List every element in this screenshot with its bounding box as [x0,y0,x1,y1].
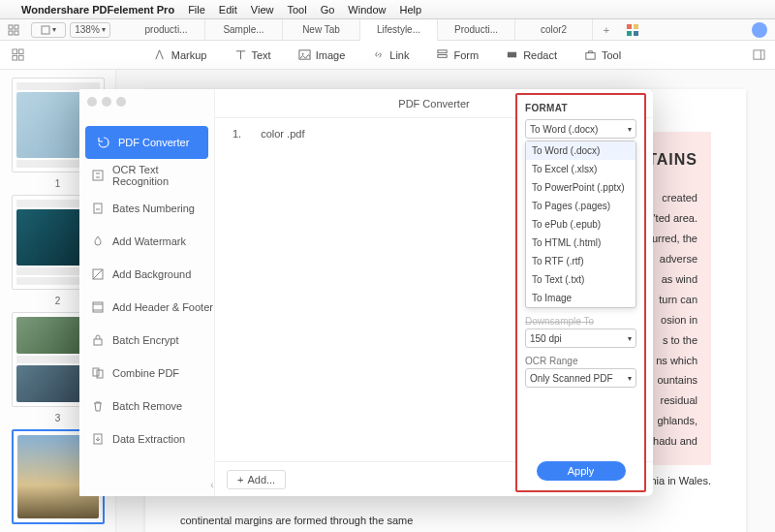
user-avatar-icon[interactable] [752,22,767,38]
sidebar-item-watermark[interactable]: Add Watermark [79,225,214,258]
converter-sidebar: PDF Converter OCR Text Recognition Bates… [79,89,215,496]
sidebar-item-headerfooter[interactable]: Add Header & Footer [79,291,214,324]
svg-rect-10 [18,49,23,54]
svg-rect-12 [18,55,23,60]
thumb-label-3: 3 [55,413,61,423]
doc-tab-1[interactable]: Sample... [205,19,283,41]
svg-rect-1 [15,25,18,29]
format-option-excel[interactable]: To Excel (.xlsx) [526,160,636,178]
menu-edit[interactable]: Edit [219,4,237,16]
sidebar-item-background[interactable]: Add Background [79,258,214,291]
tab-bar: ▾ 138%▾ producti... Sample... New Tab Li… [0,19,775,41]
svg-rect-28 [93,368,99,376]
file-name: color .pdf [261,128,304,140]
thumb-label-2: 2 [55,296,61,306]
sidebar-item-remove[interactable]: Batch Remove [79,390,214,422]
svg-rect-17 [508,52,516,58]
format-option-image[interactable]: To Image [526,289,636,307]
svg-rect-11 [13,55,17,60]
format-header: FORMAT [525,103,636,113]
menu-file[interactable]: File [188,4,205,16]
tool-redact[interactable]: Redact [506,48,557,61]
format-option-word[interactable]: To Word (.docx) [526,141,636,160]
menu-go[interactable]: Go [321,4,335,16]
thumb-label-1: 1 [55,178,61,189]
file-index: 1. [232,128,241,140]
menu-view[interactable]: View [251,4,274,16]
menu-tool[interactable]: Tool [287,4,306,16]
page-fit-dropdown[interactable]: ▾ [31,22,66,38]
svg-rect-9 [13,49,17,54]
svg-rect-4 [42,26,49,34]
mac-menubar: Wondershare PDFelement Pro File Edit Vie… [0,0,775,19]
doc-tab-4[interactable]: Producti... [438,19,515,41]
tool-markup[interactable]: Markup [154,48,207,61]
format-option-epub[interactable]: To ePub (.epub) [526,215,636,234]
menu-help[interactable]: Help [399,4,421,16]
downsample-label: Downsample To [525,316,636,327]
doc-tab-0[interactable]: producti... [128,19,205,41]
svg-rect-2 [9,31,13,35]
apply-button[interactable]: Apply [537,461,626,481]
ocr-range-select[interactable]: Only Scanned PDF▾ [525,368,636,388]
svg-rect-3 [15,31,18,35]
doc-tab-2[interactable]: New Tab [283,19,360,41]
svg-rect-7 [627,31,632,36]
sidebar-item-encrypt[interactable]: Batch Encrypt [79,324,214,357]
doc-tab-5[interactable]: color2 [515,19,593,41]
new-tab-button[interactable]: + [593,24,620,36]
svg-rect-5 [627,24,632,29]
plus-icon: + [237,474,243,485]
sidebar-collapse-handle[interactable]: ‹ [205,480,219,490]
add-button[interactable]: +Add... [227,470,286,489]
tool-toolbox[interactable]: Tool [584,48,621,61]
menu-window[interactable]: Window [348,4,386,16]
app-name[interactable]: Wondershare PDFelement Pro [21,4,174,16]
sidebar-item-pdf-converter[interactable]: PDF Converter [85,126,208,159]
format-option-html[interactable]: To HTML (.html) [526,234,636,252]
grid-icon[interactable] [626,23,639,37]
sidebar-item-extract[interactable]: Data Extraction [79,422,214,455]
sidebar-item-combine[interactable]: Combine PDF [79,357,214,390]
svg-rect-0 [9,25,13,29]
svg-rect-29 [97,370,103,378]
svg-rect-18 [586,53,595,60]
window-traffic-lights[interactable] [87,97,126,107]
format-panel: FORMAT To Word (.docx)▾ To Word (.docx) … [515,93,646,492]
format-option-text[interactable]: To Text (.txt) [526,270,636,289]
sidebar-item-bates[interactable]: Bates Numbering [79,192,214,225]
svg-point-14 [301,53,303,55]
tool-text[interactable]: Text [234,48,271,61]
svg-rect-19 [754,50,764,59]
sidebar-item-ocr[interactable]: OCR Text Recognition [79,159,214,192]
format-option-rtf[interactable]: To RTF (.rtf) [526,252,636,270]
svg-rect-15 [438,50,447,53]
format-option-ppt[interactable]: To PowerPoint (.pptx) [526,178,636,197]
panel-toggle-icon[interactable] [753,48,765,61]
svg-rect-6 [634,24,638,29]
doc-foot: continental margins are formed through t… [180,511,711,531]
format-dropdown: To Word (.docx) To Excel (.xlsx) To Powe… [525,141,636,308]
format-select[interactable]: To Word (.docx)▾ [525,119,636,139]
svg-rect-22 [94,203,102,213]
thumbnails-toggle-icon[interactable] [0,24,27,36]
ocr-range-label: OCR Range [525,356,636,366]
tools-row: Markup Text Image Link Form Redact Tool [0,41,775,70]
svg-rect-27 [94,339,102,345]
downsample-select[interactable]: 150 dpi▾ [525,329,636,348]
svg-rect-8 [634,31,638,36]
tool-link[interactable]: Link [372,48,409,61]
tool-form[interactable]: Form [436,48,479,61]
tool-image[interactable]: Image [298,48,346,61]
apps-icon[interactable] [12,48,24,61]
zoom-dropdown[interactable]: 138%▾ [70,22,110,38]
format-option-pages[interactable]: To Pages (.pages) [526,197,636,215]
svg-rect-21 [93,171,103,180]
doc-tab-3[interactable]: Lifestyle... [360,19,438,41]
svg-rect-16 [438,55,447,58]
